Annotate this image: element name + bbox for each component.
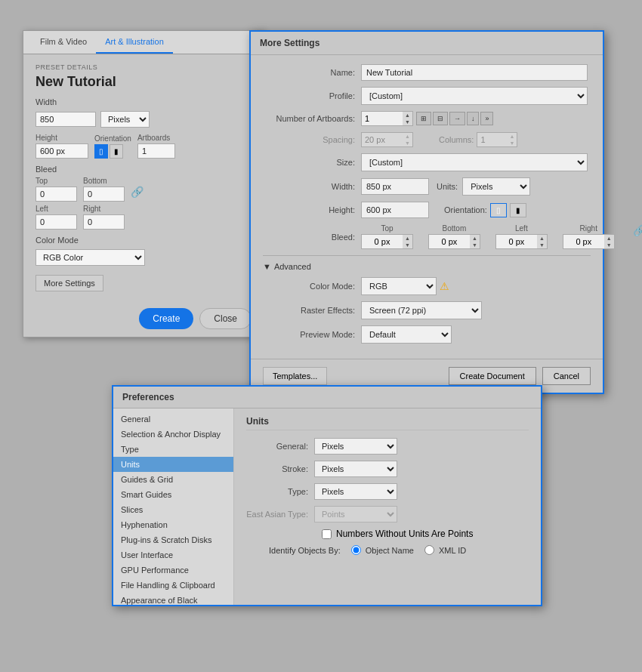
- artboards-down[interactable]: ▼: [403, 119, 412, 125]
- advanced-toggle[interactable]: ▼ Advanced: [263, 262, 591, 271]
- arrange-right-button[interactable]: →: [449, 112, 465, 125]
- panel-footer: Create Close: [23, 301, 264, 337]
- width-input[interactable]: [361, 178, 429, 195]
- tab-film-video[interactable]: Film & Video: [31, 31, 96, 54]
- color-mode-select[interactable]: RGB CMYK: [361, 277, 437, 295]
- profile-select[interactable]: [Custom]: [361, 87, 588, 105]
- cancel-button[interactable]: Cancel: [542, 367, 591, 385]
- bleed-label: Bleed: [35, 165, 252, 174]
- prefs-item-ui[interactable]: User Interface: [113, 547, 233, 563]
- name-input[interactable]: [361, 64, 588, 81]
- numbers-checkbox-row: Numbers Without Units Are Points: [322, 529, 529, 539]
- prefs-item-selection[interactable]: Selection & Anchor Display: [113, 427, 233, 442]
- height-input[interactable]: [361, 202, 429, 218]
- prefs-item-gpu[interactable]: GPU Performance: [113, 563, 233, 578]
- bleed-top-input[interactable]: [35, 186, 77, 202]
- new-document-panel: Film & Video Art & Illustration ✕ PRESET…: [23, 30, 264, 338]
- bleed-top-input[interactable]: [361, 234, 403, 249]
- bleed-bottom-input[interactable]: [83, 186, 125, 202]
- grid-by-row-button[interactable]: ⊞: [416, 112, 431, 125]
- general-units-select[interactable]: Pixels Points Inches: [314, 438, 397, 455]
- dialog-title: More Settings: [251, 32, 603, 55]
- prefs-item-units[interactable]: Units: [113, 457, 233, 472]
- columns-up: ▲: [507, 133, 517, 140]
- bleed-lock-icon[interactable]: 🔗: [633, 224, 642, 249]
- bleed-left-input[interactable]: [35, 214, 77, 230]
- xml-id-radio[interactable]: [424, 545, 434, 555]
- height-input[interactable]: [35, 143, 88, 159]
- artboards-input[interactable]: [361, 111, 403, 126]
- raster-select[interactable]: Screen (72 ppi) Medium (150 ppi) High (3…: [361, 301, 482, 319]
- bleed-right-down[interactable]: ▼: [604, 242, 614, 248]
- color-mode-select[interactable]: RGB Color CMYK Color: [35, 249, 145, 266]
- advanced-label: Advanced: [274, 262, 311, 271]
- artboards-input[interactable]: [137, 143, 175, 159]
- prefs-item-file-handling[interactable]: File Handling & Clipboard: [113, 578, 233, 593]
- preferences-sidebar: General Selection & Anchor Display Type …: [113, 408, 234, 605]
- bleed-top-down[interactable]: ▼: [403, 242, 412, 248]
- prefs-item-guides[interactable]: Guides & Grid: [113, 472, 233, 487]
- bleed-dialog-row: Bleed: Top ▲ ▼ Bottom: [263, 224, 591, 249]
- spacing-spinner: ▲ ▼: [403, 132, 413, 147]
- bleed-left-up[interactable]: ▲: [537, 235, 547, 242]
- prefs-item-plugins[interactable]: Plug-ins & Scratch Disks: [113, 532, 233, 547]
- prefs-item-hyphenation[interactable]: Hyphenation: [113, 517, 233, 532]
- landscape-orient-button[interactable]: ▮: [510, 203, 526, 217]
- create-document-button[interactable]: Create Document: [449, 367, 536, 385]
- type-units-select[interactable]: Pixels Points Inches: [314, 483, 397, 500]
- bleed-bottom-down[interactable]: ▼: [470, 242, 480, 248]
- link-icon: 🔗: [131, 186, 144, 202]
- create-button[interactable]: Create: [139, 308, 193, 329]
- bleed-top-label: Top: [381, 224, 393, 233]
- artboards-up[interactable]: ▲: [403, 112, 412, 119]
- more-button[interactable]: »: [480, 112, 493, 125]
- units-select[interactable]: Pixels Points Inches: [100, 111, 150, 128]
- size-select[interactable]: [Custom] Letter A4: [361, 153, 588, 171]
- artboards-controls: ▲ ▼ ⊞ ⊟ → ↓ »: [361, 111, 591, 126]
- portrait-button[interactable]: ▯: [94, 144, 108, 159]
- bleed-left-down[interactable]: ▼: [537, 242, 547, 248]
- bleed-left-label: Left: [35, 205, 77, 213]
- numbers-checkbox[interactable]: [322, 529, 332, 539]
- portrait-orient-button[interactable]: ▯: [490, 203, 507, 217]
- more-settings-button[interactable]: More Settings: [35, 275, 103, 291]
- preset-title: New Tutorial: [35, 74, 252, 90]
- units-label: Units:: [437, 182, 458, 191]
- bleed-right-spinner: ▲ ▼: [604, 234, 615, 249]
- bleed-right-up[interactable]: ▲: [604, 235, 614, 242]
- object-name-radio[interactable]: [351, 545, 361, 555]
- width-input[interactable]: [35, 112, 96, 127]
- units-select[interactable]: Pixels Points Inches: [462, 177, 530, 196]
- east-asian-row: East Asian Type: Points: [246, 506, 529, 522]
- name-label: Name:: [263, 68, 361, 77]
- landscape-button[interactable]: ▮: [110, 144, 123, 159]
- more-settings-dialog: More Settings Name: Profile: [Custom] Nu…: [249, 30, 604, 394]
- height-label: Height:: [263, 205, 361, 214]
- prefs-item-type[interactable]: Type: [113, 442, 233, 457]
- templates-button[interactable]: Templates...: [263, 367, 327, 385]
- spacing-up: ▲: [403, 133, 412, 140]
- tab-art-illustration[interactable]: Art & Illustration: [96, 31, 173, 54]
- prefs-section-title: Units: [246, 416, 529, 430]
- bleed-left-input[interactable]: [495, 234, 537, 249]
- prefs-item-general[interactable]: General: [113, 412, 233, 427]
- width-label: Width: [35, 97, 73, 106]
- grid-by-col-button[interactable]: ⊟: [433, 112, 448, 125]
- close-button[interactable]: Close: [199, 308, 252, 329]
- width-units-row: Width: Units: Pixels Points Inches: [263, 177, 591, 196]
- bleed-right-input[interactable]: [83, 214, 125, 230]
- bleed-top-up[interactable]: ▲: [403, 235, 412, 242]
- bleed-right-input[interactable]: [563, 234, 604, 249]
- prefs-item-slices[interactable]: Slices: [113, 502, 233, 517]
- prefs-item-appearance[interactable]: Appearance of Black: [113, 593, 233, 605]
- prefs-item-smart-guides[interactable]: Smart Guides: [113, 487, 233, 502]
- artboard-layout-icons: ⊞ ⊟ → ↓ »: [416, 112, 494, 125]
- arrange-down-button[interactable]: ↓: [467, 112, 480, 125]
- preview-select[interactable]: Default Pixel Overprint: [361, 325, 452, 344]
- bleed-bottom-up[interactable]: ▲: [470, 235, 480, 242]
- stroke-units-select[interactable]: Pixels Points Inches: [314, 461, 397, 477]
- type-units-row: Type: Pixels Points Inches: [246, 483, 529, 500]
- height-label: Height: [35, 134, 88, 142]
- bleed-bottom-input[interactable]: [428, 234, 470, 249]
- identify-objects-row: Identify Objects By: Object Name XML ID: [269, 545, 529, 555]
